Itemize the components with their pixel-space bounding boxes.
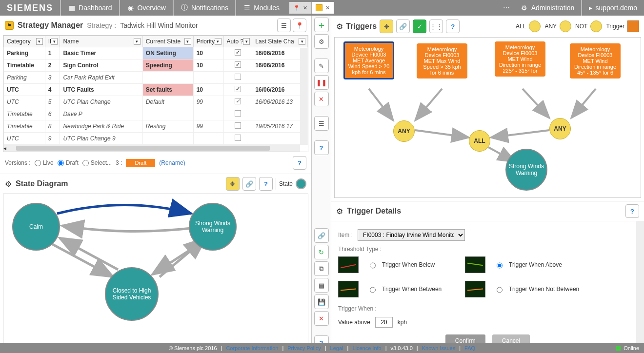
version-draft[interactable]: Draft xyxy=(58,159,79,166)
confirm-button[interactable]: Confirm xyxy=(445,334,485,343)
version-select[interactable]: Select... xyxy=(82,159,112,166)
help-button[interactable]: ? xyxy=(314,140,329,155)
col-header[interactable]: ID▾ xyxy=(45,36,60,47)
trigger-result[interactable]: Strong Winds Warning xyxy=(505,149,547,191)
trigger-box-1[interactable]: Meteorology Device FI0003 MET Average Wi… xyxy=(343,41,394,79)
save-button[interactable]: 💾 xyxy=(314,294,329,309)
nav-overview[interactable]: ◉Overview xyxy=(120,0,173,16)
trigger-box-3[interactable]: Meteorology Device FI0003 MET Wind Direc… xyxy=(495,41,545,77)
nav-dashboard[interactable]: ▦Dashboard xyxy=(61,0,119,16)
table-row[interactable]: Parking1Basic TimerON Setting1016/06/201… xyxy=(4,47,308,59)
table-row[interactable]: Timetable6Dave P xyxy=(4,108,308,120)
auto-checkbox[interactable] xyxy=(235,122,241,129)
nav-administration[interactable]: ⚙Administration xyxy=(514,0,582,16)
col-header[interactable]: Name▾ xyxy=(60,36,142,47)
grid-tool[interactable]: ⋮⋮ xyxy=(429,20,443,33)
close-icon[interactable]: ✕ xyxy=(325,5,330,11)
filter-icon[interactable]: ▾ xyxy=(184,38,191,45)
delete-button[interactable]: ✕ xyxy=(314,92,329,106)
filter-icon[interactable]: ▾ xyxy=(134,38,141,45)
help-button[interactable]: ? xyxy=(259,177,273,191)
add-button[interactable]: ＋ xyxy=(314,18,329,32)
help-button[interactable]: ? xyxy=(293,156,306,170)
strategy-title: Strategy Manager xyxy=(18,21,83,30)
opt-notbetween[interactable] xyxy=(497,287,503,293)
move-tool[interactable]: ✥ xyxy=(380,20,393,33)
state-indicator[interactable] xyxy=(296,178,306,189)
edit-button[interactable]: ✎ xyxy=(314,59,329,73)
version-live[interactable]: Live xyxy=(35,159,54,166)
link-button[interactable]: 🔗 xyxy=(314,228,329,243)
col-header[interactable]: Category▾ xyxy=(4,36,45,47)
rename-link[interactable]: (Rename) xyxy=(159,159,185,166)
filter-icon[interactable]: ▾ xyxy=(299,38,305,45)
close-icon[interactable]: ✕ xyxy=(303,5,307,11)
delete-state-button[interactable]: ✕ xyxy=(314,311,329,326)
filter-icon[interactable]: ▾ xyxy=(215,38,221,45)
thumb-below-icon xyxy=(338,256,359,273)
nav-notifications[interactable]: ⓘNotifications xyxy=(174,0,235,16)
col-header[interactable]: Last State Cha▾ xyxy=(252,36,308,47)
logic-all[interactable]: ALL xyxy=(469,130,490,152)
tab-strategy[interactable]: ✕ xyxy=(312,2,334,14)
confirm-tool[interactable]: ✓ xyxy=(413,20,426,33)
trigger-box-4[interactable]: Meteorology Device FI0003 MET Wind Direc… xyxy=(570,43,621,78)
auto-checkbox[interactable] xyxy=(235,74,241,80)
move-tool[interactable]: ✥ xyxy=(226,177,240,191)
auto-checkbox[interactable] xyxy=(235,110,241,117)
link-tool[interactable]: 🔗 xyxy=(396,20,410,33)
filter-icon[interactable]: ▾ xyxy=(36,38,43,45)
table-row[interactable]: Timetable2Sign ControlSpeeding1016/06/20… xyxy=(4,59,308,72)
trigger-box-2[interactable]: Meteorology Device FI0003 MET Max Wind S… xyxy=(417,43,467,78)
help-button[interactable]: ? xyxy=(625,204,639,218)
list-view-button[interactable]: ☰ xyxy=(277,19,291,32)
help-button[interactable]: ? xyxy=(314,335,329,343)
copy-button[interactable]: ⧉ xyxy=(314,261,329,276)
opt-between[interactable] xyxy=(370,287,376,293)
more-icon[interactable]: ⋯ xyxy=(499,4,514,12)
tab-map[interactable]: 📍✕ xyxy=(289,2,312,14)
list-button[interactable]: ☰ xyxy=(314,116,329,131)
value-input[interactable] xyxy=(375,317,393,328)
user-menu[interactable]: ▸support.demo xyxy=(582,0,644,16)
table-row[interactable]: UTC5UTC Plan ChangeDefault9916/06/2016 1… xyxy=(4,96,308,108)
details-scrollbar[interactable] xyxy=(636,221,644,343)
auto-checkbox[interactable] xyxy=(235,61,241,68)
col-header[interactable]: Current State▾ xyxy=(142,36,193,47)
table-row[interactable]: UTC4UTC FaultsSet faults1016/06/2016 xyxy=(4,84,308,96)
map-view-button[interactable]: 📍 xyxy=(293,19,306,32)
opt-below[interactable] xyxy=(370,262,376,269)
settings-button[interactable]: ⚙ xyxy=(314,34,329,49)
state-node-strong-winds[interactable]: Strong Winds Warning xyxy=(189,203,237,251)
legend-any: ANY xyxy=(544,20,571,32)
table-row[interactable]: Timetable8Newbridge Park & RideResting99… xyxy=(4,120,308,133)
table-row[interactable]: Parking3Car Park Rapid Exit xyxy=(4,72,308,84)
col-header[interactable]: Auto ?▾ xyxy=(223,36,252,47)
horizontal-scrollbar[interactable]: ◂ xyxy=(3,145,300,152)
triggers-canvas[interactable]: Meteorology Device FI0003 MET Average Wi… xyxy=(334,37,641,198)
draft-badge: Draft xyxy=(126,159,155,167)
col-header[interactable]: Priority▾ xyxy=(193,36,223,47)
logic-any-2[interactable]: ANY xyxy=(549,118,571,139)
state-node-closed[interactable]: Closed to High Sided Vehicles xyxy=(105,267,159,321)
help-button[interactable]: ? xyxy=(446,20,460,33)
vertical-scrollbar[interactable] xyxy=(300,48,308,145)
pause-button[interactable]: ❚❚ xyxy=(314,75,329,90)
state-node-calm[interactable]: Calm xyxy=(12,203,60,251)
auto-checkbox[interactable] xyxy=(235,135,241,141)
state-diagram-canvas[interactable]: Calm Strong Winds Warning Closed to High… xyxy=(3,194,308,343)
logic-any-1[interactable]: ANY xyxy=(393,120,415,142)
filter-icon[interactable]: ▾ xyxy=(243,38,250,45)
auto-checkbox[interactable] xyxy=(235,49,241,56)
auto-checkbox[interactable] xyxy=(235,86,241,92)
refresh-button[interactable]: ↻ xyxy=(314,245,329,259)
filter-icon[interactable]: ▾ xyxy=(51,38,58,45)
nav-modules[interactable]: ☰Modules xyxy=(236,0,286,16)
auto-checkbox[interactable] xyxy=(235,98,241,104)
layers-button[interactable]: ▤ xyxy=(314,278,329,293)
item-select[interactable]: FI0003 : Findlay Irvine Wind Monitor xyxy=(358,229,465,241)
opt-above[interactable] xyxy=(497,262,503,269)
table-row[interactable]: UTC9UTC Plan Change 9 xyxy=(4,133,308,145)
link-tool[interactable]: 🔗 xyxy=(242,177,256,191)
cancel-button[interactable]: Cancel xyxy=(492,334,530,343)
